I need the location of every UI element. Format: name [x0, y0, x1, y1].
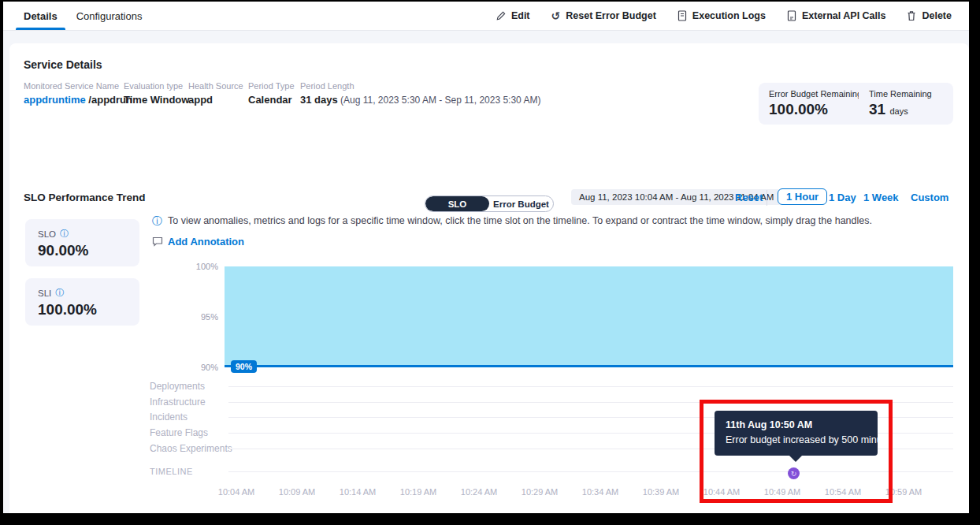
stat-value: 31	[869, 101, 885, 117]
error-budget-remaining-card: Error Budget Remaining 100.00%	[759, 83, 872, 125]
execution-logs-button[interactable]: Execution Logs	[677, 10, 766, 21]
sli-card-label: SLI	[38, 289, 51, 298]
row-label-incidents: Incidents	[150, 411, 187, 423]
range-1-hour-button[interactable]: 1 Hour	[778, 188, 827, 205]
field-label: Evaluation type	[124, 81, 189, 91]
edit-button-label: Edit	[511, 10, 530, 21]
toggle-option-slo[interactable]: SLO	[425, 196, 489, 211]
delete-button-label: Delete	[922, 10, 952, 21]
add-annotation-button[interactable]: Add Annotation	[152, 236, 244, 248]
slo-objective-badge: 90%	[231, 360, 257, 373]
field-label: Monitored Service Name	[24, 81, 132, 91]
x-axis-tick[interactable]: 10:34 AM	[582, 487, 618, 497]
field-value: Calendar	[248, 94, 295, 106]
stat-label: Error Budget Remaining	[769, 89, 862, 99]
trend-title: SLO Performance Trend	[24, 192, 146, 203]
period-length-days: 31 days	[300, 94, 338, 106]
delete-button[interactable]: Delete	[907, 10, 952, 21]
slo-error-budget-toggle: SLO Error Budget	[425, 195, 554, 212]
stat-unit: days	[889, 106, 908, 116]
row-label-infrastructure: Infrastructure	[150, 397, 206, 408]
row-line	[228, 386, 953, 387]
slo-card: SLOⓘ 90.00%	[25, 219, 139, 266]
service-details-title: Service Details	[24, 58, 102, 71]
y-axis-tick: 100%	[196, 262, 218, 271]
x-axis-tick[interactable]: 10:24 AM	[461, 487, 497, 497]
divider	[767, 190, 767, 206]
pencil-icon	[496, 11, 506, 21]
execution-logs-label: Execution Logs	[692, 10, 766, 21]
field-label: Health Source	[188, 81, 243, 91]
slo-trend-chart-area[interactable]	[225, 266, 953, 367]
field-value: appd	[188, 94, 243, 106]
tab-configurations[interactable]: Configurations	[67, 2, 152, 30]
monitored-service-link[interactable]: appdruntime	[24, 94, 86, 106]
stat-label: Time Remaining	[869, 89, 943, 99]
tooltip-body: Error budget increased by 500 minutes	[726, 434, 867, 445]
slo-card-value: 90.00%	[38, 242, 127, 259]
x-axis-tick[interactable]: 10:04 AM	[218, 487, 254, 497]
speech-bubble-icon	[152, 236, 163, 247]
reset-error-budget-button[interactable]: ↺ Reset Error Budget	[551, 10, 656, 21]
tab-details[interactable]: Details	[14, 2, 67, 30]
row-label-chaos-experiments: Chaos Experiments	[150, 443, 232, 454]
reset-range-button[interactable]: Reset	[735, 192, 763, 203]
x-axis-tick[interactable]: 10:59 AM	[885, 487, 922, 497]
toggle-error-budget-label: Error Budget	[493, 199, 549, 209]
reset-error-budget-label: Reset Error Budget	[566, 10, 656, 21]
info-icon: ⓘ	[152, 214, 162, 229]
field-monitored-service: Monitored Service Name appdruntime /appd…	[24, 81, 132, 106]
main-panel: Service Details Monitored Service Name a…	[9, 43, 969, 513]
edit-button[interactable]: Edit	[496, 10, 530, 21]
row-line	[228, 471, 953, 472]
external-api-calls-button[interactable]: External API Calls	[787, 10, 886, 21]
row-line	[228, 402, 953, 403]
y-axis-tick: 90%	[201, 363, 218, 372]
x-axis-tick[interactable]: 10:09 AM	[279, 487, 315, 497]
add-annotation-label: Add Annotation	[168, 236, 244, 248]
slo-card-label: SLO	[38, 229, 56, 239]
x-axis-tick[interactable]: 10:14 AM	[340, 487, 376, 497]
toggle-option-error-budget[interactable]: Error Budget	[489, 196, 553, 211]
row-label-deployments: Deployments	[150, 381, 205, 392]
external-api-calls-label: External API Calls	[802, 10, 886, 21]
period-length-range: (Aug 11, 2023 5:30 AM - Sep 11, 2023 5:3…	[338, 95, 541, 106]
x-axis-tick[interactable]: 10:19 AM	[400, 487, 436, 497]
action-toolbar: Edit ↺ Reset Error Budget Execution Logs…	[496, 10, 969, 21]
x-axis-tick[interactable]: 10:29 AM	[522, 487, 558, 497]
field-label: Period Length	[300, 81, 540, 91]
trash-icon	[907, 10, 916, 21]
info-icon[interactable]: ⓘ	[55, 287, 64, 299]
document-icon	[787, 10, 796, 21]
toggle-slo-label: SLO	[448, 199, 467, 209]
sli-card-value: 100.00%	[38, 301, 127, 318]
range-1-day-button[interactable]: 1 Day	[829, 192, 856, 203]
tooltip-arrow	[789, 456, 802, 462]
tab-details-label: Details	[24, 10, 58, 22]
x-axis-tick[interactable]: 10:44 AM	[703, 487, 740, 497]
field-period-type: Period Type Calendar	[248, 81, 295, 106]
field-label: Period Type	[248, 81, 295, 91]
tooltip-title: 11th Aug 10:50 AM	[726, 419, 867, 430]
range-1-week-button[interactable]: 1 Week	[863, 192, 899, 203]
top-tab-bar: Details Configurations Edit ↺ Reset Erro…	[3, 2, 969, 31]
x-axis-tick[interactable]: 10:54 AM	[825, 487, 861, 497]
field-period-length: Period Length 31 days (Aug 11, 2023 5:30…	[300, 81, 540, 106]
error-budget-reset-marker-icon[interactable]: ↻	[788, 467, 800, 479]
app-window: Details Configurations Edit ↺ Reset Erro…	[0, 0, 980, 525]
tab-configurations-label: Configurations	[76, 10, 143, 22]
sli-card: SLIⓘ 100.00%	[25, 278, 139, 326]
range-custom-button[interactable]: Custom	[911, 192, 948, 203]
field-evaluation-type: Evaluation type Time Window	[124, 81, 189, 106]
row-label-feature-flags: Feature Flags	[150, 427, 208, 438]
field-health-source: Health Source appd	[188, 81, 243, 106]
reset-icon: ↺	[551, 10, 561, 21]
info-icon[interactable]: ⓘ	[60, 228, 69, 240]
time-remaining-card: Time Remaining 31 days	[859, 83, 953, 125]
x-axis-tick[interactable]: 10:39 AM	[643, 487, 679, 497]
stat-value: 100.00%	[769, 101, 862, 118]
timeline-info-text: To view anomalies, metrics and logs for …	[168, 215, 872, 226]
field-value: Time Window	[124, 94, 189, 106]
timeline-label: TIMELINE	[150, 467, 193, 476]
x-axis-tick[interactable]: 10:49 AM	[764, 487, 800, 497]
